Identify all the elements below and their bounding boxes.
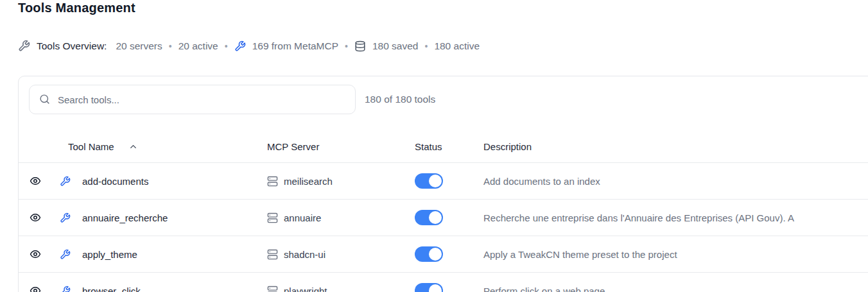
table-header: Tool Name MCP Server Status Description bbox=[19, 122, 868, 163]
status-toggle[interactable] bbox=[415, 283, 443, 292]
eye-icon[interactable] bbox=[30, 248, 41, 260]
table-row: add-documents meilisearch Add documents … bbox=[19, 163, 868, 200]
toggle-knob bbox=[429, 175, 442, 187]
tools-overview: Tools Overview: 20 servers • 20 active •… bbox=[18, 40, 480, 52]
search-icon bbox=[39, 94, 50, 105]
wrench-icon bbox=[60, 212, 71, 223]
tool-name: apply_theme bbox=[82, 249, 137, 260]
tool-name: annuaire_recherche bbox=[82, 212, 168, 223]
separator-dot: • bbox=[424, 41, 428, 51]
header-tool-name-label: Tool Name bbox=[68, 141, 114, 152]
stat-active-tools: 180 active bbox=[434, 40, 480, 52]
table-row: apply_theme shadcn-ui Apply a TweakCN th… bbox=[19, 236, 868, 273]
toggle-knob bbox=[429, 248, 442, 261]
separator-dot: • bbox=[345, 41, 348, 51]
table-toolbar: 180 of 180 tools bbox=[19, 76, 868, 122]
server-icon bbox=[267, 249, 278, 260]
header-status: Status bbox=[415, 141, 483, 152]
separator-dot: • bbox=[225, 41, 228, 51]
eye-icon[interactable] bbox=[30, 285, 41, 292]
tool-description: Add documents to an index bbox=[483, 176, 600, 187]
toggle-knob bbox=[429, 211, 442, 224]
stat-from-metamcp: 169 from MetaMCP bbox=[252, 40, 338, 52]
tools-count: 180 of 180 tools bbox=[365, 94, 435, 105]
wrench-icon bbox=[60, 176, 71, 187]
eye-icon[interactable] bbox=[30, 175, 41, 187]
table-row: annuaire_recherche annuaire Recherche un… bbox=[19, 200, 868, 236]
search-input[interactable] bbox=[29, 85, 356, 114]
toggle-knob bbox=[429, 284, 442, 292]
database-icon bbox=[354, 40, 366, 52]
server-name: shadcn-ui bbox=[284, 249, 326, 260]
header-mcp-server: MCP Server bbox=[267, 141, 415, 152]
search-box bbox=[29, 85, 356, 114]
table-body: add-documents meilisearch Add documents … bbox=[19, 163, 868, 292]
eye-icon[interactable] bbox=[30, 212, 41, 223]
tools-card: 180 of 180 tools Tool Name MCP Server St… bbox=[18, 76, 868, 292]
tool-description: Apply a TweakCN theme preset to the proj… bbox=[483, 249, 677, 260]
sort-ascending-icon bbox=[128, 142, 138, 151]
server-name: annuaire bbox=[284, 212, 321, 223]
wrench-icon bbox=[18, 40, 30, 52]
status-toggle[interactable] bbox=[415, 173, 443, 189]
server-name: meilisearch bbox=[284, 176, 333, 187]
separator-dot: • bbox=[169, 41, 172, 51]
status-toggle[interactable] bbox=[415, 246, 443, 262]
tool-name: add-documents bbox=[82, 176, 148, 187]
table-row: browser_click playwright Perform click o… bbox=[19, 273, 868, 292]
status-toggle[interactable] bbox=[415, 210, 443, 225]
header-tool-name[interactable]: Tool Name bbox=[60, 141, 267, 152]
wrench-icon bbox=[60, 286, 71, 292]
tools-management-page: Tools Management Tools Overview: 20 serv… bbox=[0, 0, 868, 292]
tool-description: Perform click on a web page bbox=[483, 286, 605, 292]
header-description: Description bbox=[483, 141, 868, 152]
tool-name: browser_click bbox=[82, 286, 141, 292]
stat-active-servers: 20 active bbox=[178, 40, 218, 52]
page-title: Tools Management bbox=[18, 1, 135, 15]
stat-saved: 180 saved bbox=[372, 40, 419, 52]
server-icon bbox=[267, 176, 278, 187]
server-icon bbox=[267, 286, 278, 292]
server-name: playwright bbox=[284, 286, 327, 292]
stat-servers: 20 servers bbox=[116, 40, 162, 52]
server-icon bbox=[267, 212, 278, 223]
wrench-icon bbox=[234, 40, 246, 52]
overview-label: Tools Overview: bbox=[37, 40, 107, 52]
wrench-icon bbox=[60, 249, 71, 260]
tool-description: Recherche une entreprise dans l'Annuaire… bbox=[483, 212, 794, 223]
